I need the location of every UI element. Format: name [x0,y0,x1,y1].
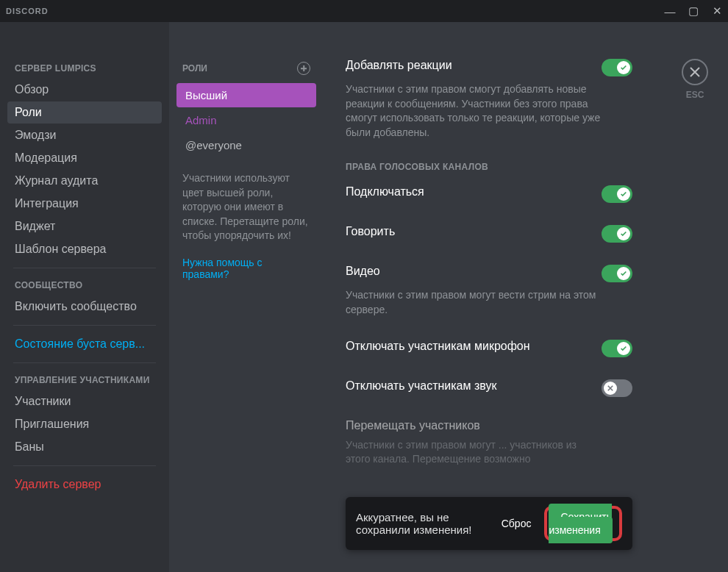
reset-button[interactable]: Сброс [499,512,535,535]
app-window: DISCORD — ▢ ✕ СЕРВЕР LUMPICS Обзор Роли … [0,0,728,572]
perm-title: Отключать участникам микрофон [346,340,530,353]
sidebar-item-members[interactable]: Участники [7,390,162,412]
sidebar-header-server: СЕРВЕР LUMPICS [7,59,162,78]
save-button-highlight: Сохранить изменения [544,506,622,541]
add-role-icon[interactable] [297,62,310,75]
perm-move-members: Перемещать участников Участники с этим п… [346,419,632,467]
sidebar-item-audit-log[interactable]: Журнал аудита [7,170,162,192]
sidebar-item-integrations[interactable]: Интеграция [7,193,162,215]
titlebar: DISCORD — ▢ ✕ [0,0,728,22]
perm-desc: Участники с этим правом смогут добавлять… [346,82,603,140]
perm-connect: Подключаться [346,185,632,203]
settings-sidebar: СЕРВЕР LUMPICS Обзор Роли Эмодзи Модерац… [0,22,169,572]
role-item-highest[interactable]: Высший [176,83,316,107]
sidebar-header-community: СООБЩЕСТВО [7,276,162,295]
close-window-button[interactable]: ✕ [712,6,722,16]
sidebar-item-enable-community[interactable]: Включить сообщество [7,296,162,318]
close-column: ESC [662,22,728,572]
roles-help-text: Участники используют цвет высшей роли, к… [176,158,316,249]
section-voice-permissions: ПРАВА ГОЛОСОВЫХ КАНАЛОВ [346,162,632,172]
sidebar-item-invites[interactable]: Приглашения [7,413,162,435]
roles-sidebar: РОЛИ Высший Admin @everyone Участники ис… [169,22,324,572]
divider [13,465,156,466]
divider [13,325,156,326]
perm-title: Перемещать участников [346,419,480,432]
maximize-button[interactable]: ▢ [688,6,699,16]
sidebar-item-roles[interactable]: Роли [7,101,162,124]
roles-header-label: РОЛИ [182,63,207,74]
toggle-mute-members[interactable] [602,340,632,357]
unsaved-message: Аккуратнее, вы не сохранили изменения! [356,511,499,536]
minimize-button[interactable]: — [665,6,675,16]
toggle-deafen-members[interactable] [602,379,632,397]
content: СЕРВЕР LUMPICS Обзор Роли Эмодзи Модерац… [0,22,728,572]
sidebar-item-overview[interactable]: Обзор [7,79,162,101]
roles-header: РОЛИ [176,59,316,82]
toggle-speak[interactable] [602,225,632,243]
divider [13,268,156,268]
sidebar-item-emoji[interactable]: Эмодзи [7,124,162,146]
roles-help-link[interactable]: Нужна помощь с правами? [176,249,316,287]
perm-title: Видео [346,265,380,278]
toggle-add-reactions[interactable] [602,59,632,76]
perm-title: Подключаться [346,185,424,199]
sidebar-item-widget[interactable]: Виджет [7,215,162,237]
titlebar-logo: DISCORD [6,7,49,15]
role-item-everyone[interactable]: @everyone [176,133,316,157]
divider [13,362,156,363]
save-actions: Сброс Сохранить изменения [499,506,622,541]
perm-video: Видео Участники с этим правом могут вест… [346,265,632,317]
sidebar-item-boost-status[interactable]: Состояние буста серв... [7,333,162,355]
perm-desc: Участники с этим правом могут вести стри… [346,288,603,317]
sidebar-item-template[interactable]: Шаблон сервера [7,238,162,260]
permissions-pane: Добавлять реакции Участники с этим право… [324,22,662,572]
toggle-video[interactable] [602,265,632,282]
perm-title: Добавлять реакции [346,59,452,72]
perm-add-reactions: Добавлять реакции Участники с этим право… [346,59,632,140]
sidebar-item-bans[interactable]: Баны [7,436,162,458]
close-icon [689,66,701,78]
toggle-connect[interactable] [602,185,632,203]
perm-desc: Участники с этим правом могут ... участн… [346,438,603,467]
perm-mute-members: Отключать участникам микрофон [346,340,632,357]
titlebar-controls: — ▢ ✕ [665,6,722,16]
role-item-admin[interactable]: Admin [176,108,316,132]
save-button[interactable]: Сохранить изменения [549,504,612,543]
unsaved-changes-bar: Аккуратнее, вы не сохранили изменения! С… [346,497,632,550]
sidebar-item-delete-server[interactable]: Удалить сервер [7,473,162,496]
perm-deafen-members: Отключать участникам звук [346,379,632,397]
sidebar-item-moderation[interactable]: Модерация [7,147,162,169]
perm-title: Говорить [346,225,395,238]
close-settings-button[interactable] [682,59,708,85]
sidebar-header-members: УПРАВЛЕНИЕ УЧАСТНИКАМИ [7,371,162,390]
esc-label: ESC [686,90,704,100]
perm-title: Отключать участникам звук [346,379,496,393]
perm-speak: Говорить [346,225,632,243]
